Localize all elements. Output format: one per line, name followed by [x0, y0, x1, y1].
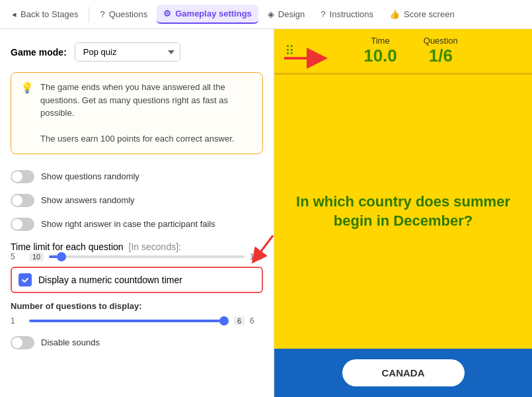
toggle-answers-random[interactable]	[11, 194, 34, 207]
time-stat: Time 10.0	[363, 36, 397, 66]
time-slider[interactable]	[49, 255, 245, 258]
num-questions-label: Number of questions to display:	[11, 301, 263, 311]
questions-icon: ?	[100, 9, 104, 19]
design-icon: ◈	[268, 9, 274, 19]
toggle1-label: Show questions randomly	[41, 171, 139, 181]
question-stat: Question 1/6	[424, 36, 458, 66]
top-nav: ◂ Back to Stages ? Questions ⚙ Gameplay …	[0, 0, 532, 29]
gameplay-icon: ⚙	[163, 9, 171, 19]
question-text: In which country does summer begin in De…	[285, 193, 521, 230]
question-area: In which country does summer begin in De…	[274, 75, 532, 349]
toggle-row-sounds: Disable sounds	[11, 331, 263, 355]
info-line1: The game ends when you have answered all…	[40, 81, 253, 120]
toggle-disable-sounds[interactable]	[11, 336, 34, 349]
toggle2-label: Show answers randomly	[41, 195, 135, 205]
time-min: 5	[11, 252, 24, 261]
instructions-icon: ?	[321, 9, 325, 19]
num-slider[interactable]	[29, 320, 229, 322]
num-questions-section: Number of questions to display: 1 6 6	[11, 301, 263, 326]
num-slider-row: 1 6 6	[11, 316, 263, 326]
countdown-checkbox[interactable]	[19, 273, 32, 287]
countdown-label: Display a numeric countdown timer	[38, 275, 182, 285]
time-stat-label: Time	[363, 36, 397, 46]
info-box: 💡 The game ends when you have answered a…	[11, 72, 263, 154]
game-mode-label: Game mode:	[11, 47, 67, 58]
time-bubble: 10	[29, 252, 44, 261]
nav-score[interactable]: 👍 Score screen	[383, 5, 461, 23]
red-arrow-preview	[281, 38, 334, 78]
toggle-row-2: Show answers randomly	[11, 189, 263, 212]
right-panel: ⠿ Time 10.0 Question 1/6 In which count	[274, 29, 532, 397]
svg-line-0	[256, 236, 273, 257]
time-limit-unit: [In seconds]:	[129, 242, 181, 252]
nav-divider	[89, 7, 89, 22]
num-min: 1	[11, 316, 24, 326]
game-mode-select[interactable]: Pop quiz	[75, 42, 180, 62]
red-arrow-time	[237, 232, 274, 265]
time-limit-label: Time limit for each question	[11, 242, 124, 252]
disable-sounds-label: Disable sounds	[41, 337, 100, 347]
game-mode-row: Game mode: Pop quiz	[11, 42, 263, 62]
toggle-row-3: Show right answer in case the participan…	[11, 212, 263, 236]
info-line2: The users earn 100 points for each corre…	[40, 132, 253, 146]
nav-back[interactable]: ◂ Back to Stages	[5, 5, 85, 23]
question-stat-value: 1/6	[424, 46, 458, 66]
main-layout: Game mode: Pop quiz 💡 The game ends when…	[0, 29, 532, 397]
question-stat-label: Question	[424, 36, 458, 46]
toggle3-label: Show right answer in case the participan…	[41, 219, 215, 229]
num-max: 6	[250, 316, 263, 326]
toggle-show-right-answer[interactable]	[11, 218, 34, 231]
num-bubble: 6	[234, 316, 245, 326]
answer-area: CANADA	[274, 349, 532, 397]
nav-design[interactable]: ◈ Design	[261, 5, 311, 23]
chevron-left-icon: ◂	[12, 9, 17, 19]
time-limit-section: Time limit for each question [In seconds…	[11, 242, 263, 261]
nav-questions[interactable]: ? Questions	[93, 5, 154, 23]
nav-instructions[interactable]: ? Instructions	[314, 5, 380, 23]
answer-button[interactable]: CANADA	[342, 359, 465, 386]
score-icon: 👍	[389, 9, 400, 19]
toggle-questions-random[interactable]	[11, 170, 34, 183]
countdown-row: Display a numeric countdown timer	[11, 267, 263, 293]
check-icon	[21, 276, 29, 284]
toggle-row-1: Show questions randomly	[11, 165, 263, 189]
time-stat-value: 10.0	[363, 46, 397, 66]
time-slider-row: 5 10 120	[11, 252, 263, 261]
nav-gameplay[interactable]: ⚙ Gameplay settings	[157, 5, 258, 24]
left-panel: Game mode: Pop quiz 💡 The game ends when…	[0, 29, 274, 397]
lightbulb-icon: 💡	[20, 81, 34, 146]
